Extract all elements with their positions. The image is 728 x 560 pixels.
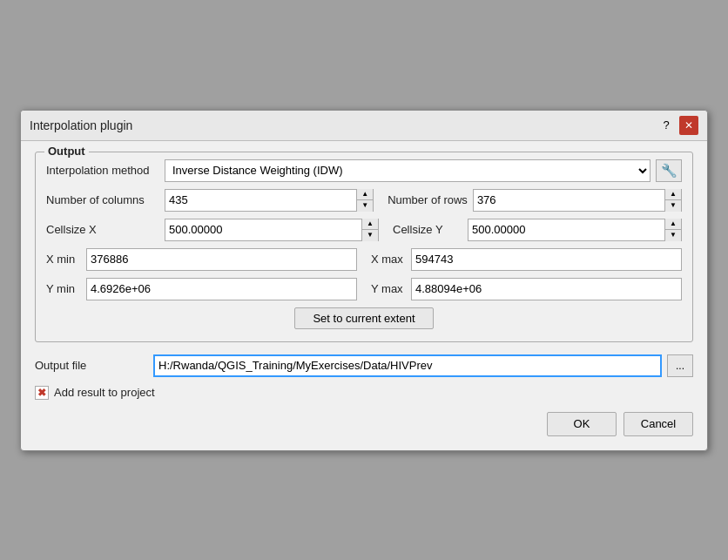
y-min-input[interactable]	[86, 278, 357, 300]
interp-method-row: Interpolation method Inverse Distance We…	[46, 159, 682, 182]
browse-button[interactable]: ...	[667, 354, 693, 377]
x-coords-row: X min X max	[46, 248, 682, 271]
add-result-label: Add result to project	[54, 386, 155, 399]
num-rows-spinbox: ▲ ▼	[473, 189, 682, 212]
cellsize-row: Cellsize X ▲ ▼ Cellsize Y ▲ ▼	[46, 219, 682, 241]
num-columns-spinbox: ▲ ▼	[165, 189, 374, 212]
cancel-button[interactable]: Cancel	[624, 412, 693, 436]
y-max-label: Y max	[371, 282, 406, 295]
set-extent-button[interactable]: Set to current extent	[294, 307, 433, 329]
cellsize-y-label: Cellsize Y	[393, 223, 462, 236]
num-rows-up[interactable]: ▲	[665, 189, 681, 200]
output-group-label: Output	[44, 145, 89, 158]
num-columns-label: Number of columns	[46, 193, 159, 206]
y-coords-row: Y min Y max	[46, 278, 682, 300]
add-result-row: ✖ Add result to project	[35, 386, 693, 400]
interp-method-select[interactable]: Inverse Distance Weighting (IDW)Triangul…	[165, 159, 650, 182]
x-max-label: X max	[371, 253, 406, 266]
cellsize-y-up[interactable]: ▲	[665, 219, 681, 230]
interp-method-label: Interpolation method	[46, 164, 159, 177]
num-rows-down[interactable]: ▼	[665, 200, 681, 212]
cellsize-y-spinbox: ▲ ▼	[468, 219, 682, 241]
help-button[interactable]: ?	[657, 116, 676, 135]
output-file-input[interactable]	[153, 354, 662, 377]
num-columns-arrows: ▲ ▼	[356, 189, 373, 212]
checkbox-check-icon: ✖	[37, 387, 46, 399]
title-bar-left: Interpolation plugin	[30, 118, 132, 132]
num-columns-up[interactable]: ▲	[357, 189, 373, 200]
output-file-row: Output file ...	[35, 354, 693, 377]
output-group: Output Interpolation method Inverse Dist…	[35, 152, 693, 342]
bottom-buttons: OK Cancel	[35, 408, 693, 436]
title-bar-right: ? ✕	[657, 116, 698, 135]
x-min-input[interactable]	[86, 248, 357, 271]
num-rows-label: Number of rows	[388, 193, 468, 206]
dialog-body: Output Interpolation method Inverse Dist…	[21, 141, 707, 450]
cellsize-x-label: Cellsize X	[46, 223, 159, 236]
cellsize-x-arrows: ▲ ▼	[361, 219, 378, 241]
x-min-label: X min	[46, 253, 81, 266]
output-file-label: Output file	[35, 359, 148, 372]
cellsize-x-up[interactable]: ▲	[362, 219, 378, 230]
close-button[interactable]: ✕	[679, 116, 698, 135]
dialog-title: Interpolation plugin	[30, 118, 132, 132]
add-result-checkbox[interactable]: ✖	[35, 386, 49, 400]
cellsize-y-input[interactable]	[468, 223, 664, 236]
num-columns-down[interactable]: ▼	[357, 200, 373, 212]
cellsize-x-down[interactable]: ▼	[362, 230, 378, 241]
x-max-input[interactable]	[411, 248, 682, 271]
cellsize-y-arrows: ▲ ▼	[664, 219, 681, 241]
cellsize-y-down[interactable]: ▼	[665, 230, 681, 241]
num-columns-input[interactable]	[165, 193, 356, 206]
ok-button[interactable]: OK	[547, 412, 617, 436]
interpolation-dialog: Interpolation plugin ? ✕ Output Interpol…	[20, 110, 708, 451]
y-max-input[interactable]	[411, 278, 682, 300]
settings-icon: 🔧	[661, 163, 677, 179]
cellsize-x-spinbox: ▲ ▼	[165, 219, 379, 241]
title-bar: Interpolation plugin ? ✕	[21, 111, 707, 141]
cellsize-x-input[interactable]	[165, 223, 361, 236]
y-min-label: Y min	[46, 282, 81, 295]
columns-rows-row: Number of columns ▲ ▼ Number of rows ▲ ▼	[46, 189, 682, 212]
num-rows-input[interactable]	[474, 193, 664, 206]
num-rows-arrows: ▲ ▼	[664, 189, 681, 212]
settings-button[interactable]: 🔧	[656, 159, 682, 182]
